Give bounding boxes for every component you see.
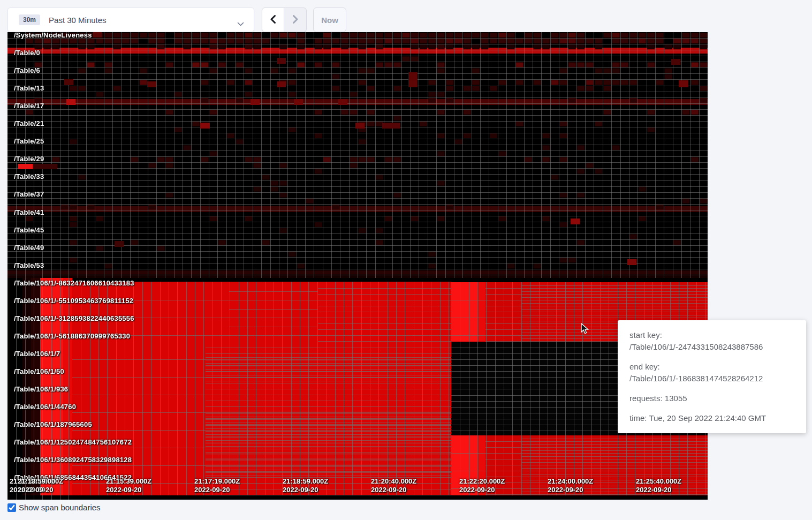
footer: Show span boundaries [7,503,101,512]
row-label: /Table/106/1/3608924758329898128 [14,456,132,464]
key-visualizer-page: 30m Past 30 Minutes Now /System/NodeLive… [0,0,812,520]
show-span-boundaries-label[interactable]: Show span boundaries [19,503,101,512]
time-axis-tick: 21:13:59.000Z2022-09-20 [18,477,63,494]
row-label: /Table/106/1/936 [14,385,68,393]
row-label: /Table/106/1/-8632471606610433183 [14,279,134,287]
row-label: /Table/41 [14,208,44,216]
time-axis-tick: 21:22:20.000Z2022-09-20 [459,477,505,494]
time-nav-forward-button[interactable] [284,7,307,32]
row-label: /Table/106/1/187965605 [14,420,92,428]
cursor-pointer-icon [580,323,590,337]
time-axis-tick: 21:15:39.000Z2022-09-20 [106,477,151,494]
tooltip-time: time: Tue, 20 Sep 2022 21:24:40 GMT [629,412,794,424]
time-axis-tick: 21:18:59.000Z2022-09-20 [283,477,328,494]
now-button[interactable]: Now [313,7,346,32]
row-label: /Table/45 [14,226,44,234]
row-label: /System/NodeLiveness [14,32,92,39]
time-axis-tick: 21:24:00.000Z2022-09-20 [548,477,593,494]
chevron-left-icon [270,14,276,26]
row-label: /Table/49 [14,244,44,252]
row-label: /Table/29 [14,155,44,163]
row-label: /Table/106/1/-561886370999765330 [14,332,130,340]
time-axis-tick: 21:17:19.000Z2022-09-20 [194,477,240,494]
chevron-down-icon [237,19,244,28]
row-label: /Table/106/1/-5510953463769811152 [14,297,133,305]
time-axis-tick: 21:20:40.000Z2022-09-20 [371,477,416,494]
time-axis-tick: 21:25:40.000Z2022-09-20 [636,477,681,494]
tooltip-requests: requests: 13055 [629,393,794,404]
key-visualizer-canvas[interactable] [7,32,708,500]
row-label: /Table/6 [14,66,40,74]
row-label: /Table/37 [14,190,44,198]
row-label: /Table/53 [14,261,44,269]
time-range-badge: 30m [19,14,40,25]
row-label: /Table/33 [14,172,44,180]
time-nav-back-button[interactable] [262,7,284,32]
row-label: /Table/25 [14,137,44,145]
tooltip-end-key: end key: /Table/106/1/-18683814745282642… [629,361,794,385]
row-label: /Table/106/1/50 [14,367,64,375]
show-span-boundaries-checkbox[interactable] [7,503,16,512]
row-label: /Table/17 [14,102,44,110]
row-label: /Table/13 [14,84,44,92]
key-visualizer: /System/NodeLiveness/Table/0/Table/6/Tab… [7,32,708,500]
time-nav-group [262,7,307,32]
time-range-label: Past 30 Minutes [49,16,107,25]
chevron-right-icon [292,14,299,26]
time-range-dropdown[interactable]: 30m Past 30 Minutes [7,7,254,32]
span-tooltip: start key: /Table/106/1/-247433150824388… [618,320,806,433]
row-label: /Table/106/1/1250247484756107672 [14,438,132,446]
row-label: /Table/106/1/44760 [14,403,76,411]
row-label: /Table/106/1/7 [14,350,60,358]
row-label: /Table/0 [14,49,40,57]
tooltip-start-key: start key: /Table/106/1/-247433150824388… [629,329,794,353]
row-label: /Table/106/1/-3128593822440635556 [14,314,134,322]
row-label: /Table/21 [14,119,44,127]
